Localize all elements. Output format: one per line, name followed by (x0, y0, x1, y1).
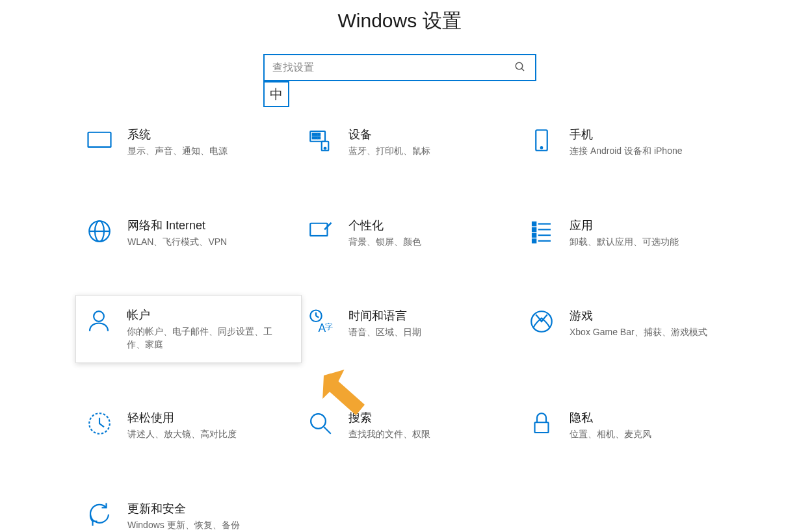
tile-title: 时间和语言 (348, 308, 499, 323)
globe-icon (86, 218, 113, 245)
phone-icon (528, 127, 555, 154)
tile-desc: 显示、声音、通知、电源 (127, 145, 278, 158)
tile-accounts[interactable]: 帐户 你的帐户、电子邮件、同步设置、工作、家庭 (75, 295, 302, 363)
ease-of-access-icon (86, 410, 113, 437)
tile-system[interactable]: 系统 显示、声音、通知、电源 (78, 120, 299, 164)
devices-icon (307, 127, 334, 154)
svg-rect-10 (319, 137, 321, 139)
ime-indicator[interactable]: 中 (263, 81, 289, 107)
tile-text: 搜索 查找我的文件、权限 (348, 410, 512, 441)
search-input[interactable] (272, 62, 514, 73)
tile-desc: 连接 Android 设备和 iPhone (570, 145, 720, 158)
tile-text: 个性化 背景、锁屏、颜色 (348, 218, 512, 249)
tile-desc: 语音、区域、日期 (348, 326, 499, 339)
time-language-icon: A 字 (307, 308, 334, 335)
tile-text: 隐私 位置、相机、麦克风 (570, 410, 733, 441)
svg-rect-8 (313, 137, 315, 139)
tile-text: 游戏 Xbox Game Bar、捕获、游戏模式 (570, 308, 733, 339)
tile-phone[interactable]: 手机 连接 Android 设备和 iPhone (520, 120, 741, 164)
apps-icon (528, 218, 555, 245)
tile-text: 手机 连接 Android 设备和 iPhone (570, 127, 733, 158)
svg-text:字: 字 (325, 322, 333, 331)
personalization-icon (307, 218, 334, 245)
person-icon (85, 307, 112, 335)
tile-text: 系统 显示、声音、通知、电源 (127, 127, 291, 158)
tile-text: 网络和 Internet WLAN、飞行模式、VPN (127, 218, 291, 249)
tile-network[interactable]: 网络和 Internet WLAN、飞行模式、VPN (78, 211, 299, 255)
search-category-icon (307, 410, 334, 437)
svg-point-36 (311, 414, 326, 429)
search-container: 中 (0, 54, 799, 81)
tile-title: 隐私 (570, 410, 720, 425)
tile-title: 游戏 (570, 308, 720, 323)
svg-rect-20 (532, 222, 536, 225)
tile-desc: 卸载、默认应用、可选功能 (570, 236, 720, 249)
tile-title: 手机 (570, 127, 720, 142)
tile-title: 设备 (348, 127, 499, 142)
svg-rect-5 (313, 134, 315, 136)
tile-title: 个性化 (348, 218, 499, 233)
tile-title: 网络和 Internet (127, 218, 278, 233)
tile-text: 应用 卸载、默认应用、可选功能 (570, 218, 733, 249)
tile-devices[interactable]: 设备 蓝牙、打印机、鼠标 (299, 120, 520, 164)
tile-title: 轻松使用 (127, 410, 278, 425)
xbox-icon (528, 308, 555, 335)
svg-rect-24 (532, 233, 536, 236)
tile-text: 设备 蓝牙、打印机、鼠标 (348, 127, 512, 158)
tile-personalization[interactable]: 个性化 背景、锁屏、颜色 (299, 211, 520, 255)
tile-title: 应用 (570, 218, 720, 233)
tile-title: 搜索 (348, 410, 499, 425)
tile-desc: WLAN、飞行模式、VPN (127, 236, 278, 249)
tile-desc: 蓝牙、打印机、鼠标 (348, 145, 499, 158)
svg-rect-6 (315, 134, 317, 136)
tile-ease-of-access[interactable]: 轻松使用 讲述人、放大镜、高对比度 (78, 403, 299, 448)
update-icon (86, 501, 113, 528)
tile-desc: 背景、锁屏、颜色 (348, 236, 499, 249)
tile-text: 帐户 你的帐户、电子邮件、同步设置、工作、家庭 (127, 307, 292, 351)
svg-rect-22 (532, 227, 536, 231)
page-title: Windows 设置 (0, 0, 799, 54)
tile-gaming[interactable]: 游戏 Xbox Game Bar、捕获、游戏模式 (520, 301, 741, 357)
tile-text: 轻松使用 讲述人、放大镜、高对比度 (127, 410, 291, 441)
tile-desc: 讲述人、放大镜、高对比度 (127, 428, 278, 441)
tile-desc: 位置、相机、麦克风 (570, 428, 720, 441)
svg-point-0 (516, 62, 523, 70)
tile-text: 时间和语言 语音、区域、日期 (348, 308, 512, 339)
svg-line-37 (324, 427, 331, 435)
tile-desc: Windows 更新、恢复、备份 (127, 519, 278, 532)
svg-point-14 (541, 147, 543, 149)
tile-text: 更新和安全 Windows 更新、恢复、备份 (127, 501, 291, 532)
svg-rect-2 (88, 133, 111, 147)
search-box[interactable] (263, 54, 536, 81)
tile-title: 更新和安全 (127, 501, 278, 516)
tile-title: 帐户 (127, 307, 279, 323)
svg-rect-9 (315, 137, 317, 139)
svg-point-28 (94, 311, 104, 322)
svg-point-12 (324, 147, 326, 149)
tile-privacy[interactable]: 隐私 位置、相机、麦克风 (520, 403, 741, 448)
tile-update-security[interactable]: 更新和安全 Windows 更新、恢复、备份 (78, 494, 299, 532)
tile-desc: 查找我的文件、权限 (348, 428, 499, 441)
display-icon (86, 127, 113, 154)
lock-icon (528, 410, 555, 437)
tile-search[interactable]: 搜索 查找我的文件、权限 (299, 403, 520, 448)
search-icon (514, 61, 527, 74)
tile-title: 系统 (127, 127, 278, 142)
svg-rect-38 (535, 423, 549, 433)
tile-desc: 你的帐户、电子邮件、同步设置、工作、家庭 (127, 325, 279, 351)
settings-grid: 系统 显示、声音、通知、电源 设备 蓝牙、打印机、鼠标 (78, 120, 799, 532)
svg-rect-26 (532, 239, 536, 242)
tile-desc: Xbox Game Bar、捕获、游戏模式 (570, 326, 720, 339)
svg-line-1 (521, 68, 524, 71)
svg-line-31 (316, 316, 319, 318)
tile-time-language[interactable]: A 字 时间和语言 语音、区域、日期 (299, 301, 520, 357)
svg-rect-7 (319, 134, 321, 136)
tile-apps[interactable]: 应用 卸载、默认应用、可选功能 (520, 211, 741, 255)
